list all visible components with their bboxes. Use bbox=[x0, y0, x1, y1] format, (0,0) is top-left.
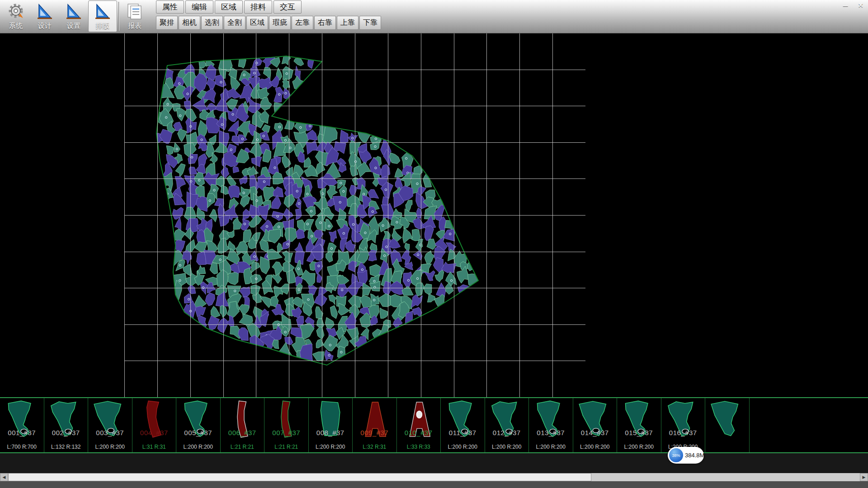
bottom-band bbox=[0, 481, 868, 488]
part-thumbnail-012_#37[interactable]: 012_#37L:200 R:200 bbox=[485, 398, 529, 452]
part-counts: L:700 R:700 bbox=[0, 444, 44, 450]
menu-tab-2[interactable]: 编辑 bbox=[185, 0, 213, 14]
workspace bbox=[0, 33, 868, 397]
status-band bbox=[0, 453, 868, 473]
app-button-3[interactable]: 设置 bbox=[59, 0, 88, 32]
part-name: 007_#37 bbox=[264, 429, 308, 436]
app-button-5[interactable]: 报表 bbox=[120, 0, 149, 32]
scrollbar-thumb[interactable] bbox=[8, 473, 591, 481]
part-thumbnail-001_#37[interactable]: 001_#37L:700 R:700 bbox=[0, 398, 44, 452]
part-name: 016_#37 bbox=[661, 429, 705, 436]
scroll-right-arrow-icon[interactable]: ▶ bbox=[860, 473, 868, 481]
part-thumbnail-extra-17[interactable] bbox=[705, 398, 750, 452]
horizontal-scrollbar[interactable]: ◀ ▶ bbox=[0, 473, 868, 481]
memory-status: 38% 384.8M bbox=[668, 447, 704, 464]
part-name: 005_#37 bbox=[176, 429, 220, 436]
part-thumbnail-011_#37[interactable]: 011_#37L:200 R:200 bbox=[441, 398, 485, 452]
report-icon bbox=[125, 1, 145, 21]
tool-button-2[interactable]: 相机 bbox=[179, 16, 200, 30]
part-counts: L:200 R:200 bbox=[573, 444, 617, 450]
progress-circle: 38% bbox=[669, 448, 683, 462]
parts-strip: 001_#37L:700 R:700002_#37L:132 R:132003_… bbox=[0, 397, 868, 453]
part-name: 009_#37 bbox=[353, 429, 396, 436]
design-icon bbox=[35, 1, 55, 21]
tool-button-5[interactable]: 区域 bbox=[246, 16, 268, 30]
gear-icon bbox=[6, 1, 26, 21]
part-thumbnail-010_#37[interactable]: 010_#37L:33 R:33 bbox=[397, 398, 441, 452]
part-thumbnail-008_#37[interactable]: 008_#37L:200 R:200 bbox=[309, 398, 353, 452]
toolbar-separator bbox=[118, 2, 119, 31]
ribbon-toolbar: 系统设计设置排版报表 属性编辑区域排料交互 聚排相机选割全割区域瑕疵左靠右靠上靠… bbox=[0, 0, 868, 33]
part-name: 002_#37 bbox=[44, 429, 88, 436]
tool-button-row: 聚排相机选割全割区域瑕疵左靠右靠上靠下靠 bbox=[156, 16, 381, 30]
tool-button-6[interactable]: 瑕疵 bbox=[269, 16, 291, 30]
part-name: 015_#37 bbox=[617, 429, 661, 436]
part-thumbnail-014_#37[interactable]: 014_#37L:200 R:200 bbox=[573, 398, 618, 452]
part-name: 003_#37 bbox=[88, 429, 132, 436]
app-label: 设计 bbox=[38, 21, 52, 30]
part-thumbnail-002_#37[interactable]: 002_#37L:132 R:132 bbox=[44, 398, 89, 452]
part-thumbnail-004_#37[interactable]: 004_#37L:31 R:31 bbox=[132, 398, 177, 452]
tool-button-4[interactable]: 全割 bbox=[224, 16, 245, 30]
memory-value: 384.8M bbox=[685, 452, 704, 459]
part-counts: L:200 R:200 bbox=[309, 444, 353, 450]
tool-button-3[interactable]: 选割 bbox=[201, 16, 223, 30]
tool-button-1[interactable]: 聚排 bbox=[156, 16, 178, 30]
app-label: 排版 bbox=[96, 21, 109, 30]
close-button[interactable]: ✕ bbox=[856, 1, 865, 9]
menu-tab-3[interactable]: 区域 bbox=[215, 0, 243, 14]
nesting-icon bbox=[93, 1, 113, 21]
tool-button-7[interactable]: 左靠 bbox=[292, 16, 313, 30]
part-name: 012_#37 bbox=[485, 429, 529, 436]
menu-tab-5[interactable]: 交互 bbox=[274, 0, 302, 14]
settings-icon bbox=[64, 1, 84, 21]
nesting-canvas[interactable] bbox=[124, 33, 585, 397]
menu-tab-1[interactable]: 属性 bbox=[156, 0, 184, 14]
part-thumbnail-003_#37[interactable]: 003_#37L:200 R:200 bbox=[88, 398, 132, 452]
app-bar: 系统设计设置排版报表 bbox=[1, 0, 149, 32]
part-counts: L:200 R:200 bbox=[617, 444, 661, 450]
part-counts: L:31 R:31 bbox=[132, 444, 176, 450]
part-thumbnail-005_#37[interactable]: 005_#37L:200 R:200 bbox=[176, 398, 221, 452]
window-controls: ─ ✕ bbox=[842, 1, 865, 9]
part-counts: L:200 R:200 bbox=[176, 444, 220, 450]
part-counts: L:33 R:33 bbox=[397, 444, 441, 450]
tool-button-8[interactable]: 右靠 bbox=[314, 16, 336, 30]
progress-percent: 38% bbox=[672, 453, 680, 458]
part-name: 010_#37 bbox=[397, 429, 441, 436]
scroll-left-arrow-icon[interactable]: ◀ bbox=[0, 473, 8, 481]
app-button-1[interactable]: 系统 bbox=[1, 0, 30, 32]
menu-tab-row: 属性编辑区域排料交互 bbox=[156, 0, 302, 14]
part-name: 014_#37 bbox=[573, 429, 617, 436]
app-label: 报表 bbox=[128, 21, 142, 30]
part-name: 006_#37 bbox=[221, 429, 264, 436]
part-thumbnail-016_#37[interactable]: 016_#37L:200 R:200 bbox=[661, 398, 706, 452]
part-thumbnail-009_#37[interactable]: 009_#37L:32 R:31 bbox=[353, 398, 397, 452]
tool-button-9[interactable]: 上靠 bbox=[337, 16, 359, 30]
part-thumbnail-006_#37[interactable]: 006_#37L:21 R:21 bbox=[221, 398, 265, 452]
part-counts: L:21 R:21 bbox=[264, 444, 308, 450]
part-counts: L:32 R:31 bbox=[353, 444, 396, 450]
app-label: 设置 bbox=[67, 21, 80, 30]
part-thumbnail-007_#37[interactable]: 007_#37L:21 R:21 bbox=[264, 398, 309, 452]
part-thumbnail-015_#37[interactable]: 015_#37L:200 R:200 bbox=[617, 398, 661, 452]
part-counts: L:200 R:200 bbox=[485, 444, 529, 450]
menu-tab-4[interactable]: 排料 bbox=[244, 0, 272, 14]
tool-button-10[interactable]: 下靠 bbox=[359, 16, 381, 30]
minimize-button[interactable]: ─ bbox=[842, 1, 849, 9]
part-name: 004_#37 bbox=[132, 429, 176, 436]
part-counts: L:200 R:200 bbox=[88, 444, 132, 450]
part-name: 011_#37 bbox=[441, 429, 485, 436]
app-label: 系统 bbox=[9, 21, 23, 30]
part-shape-icon bbox=[708, 399, 746, 440]
app-button-2[interactable]: 设计 bbox=[30, 0, 59, 32]
app-button-4[interactable]: 排版 bbox=[88, 0, 117, 32]
part-counts: L:132 R:132 bbox=[44, 444, 88, 450]
part-name: 001_#37 bbox=[0, 429, 44, 436]
part-counts: L:21 R:21 bbox=[221, 444, 264, 450]
part-name: 008_#37 bbox=[309, 429, 353, 436]
part-thumbnail-013_#37[interactable]: 013_#37L:200 R:200 bbox=[529, 398, 573, 452]
part-counts: L:200 R:200 bbox=[441, 444, 485, 450]
part-counts: L:200 R:200 bbox=[529, 444, 573, 450]
part-name: 013_#37 bbox=[529, 429, 573, 436]
